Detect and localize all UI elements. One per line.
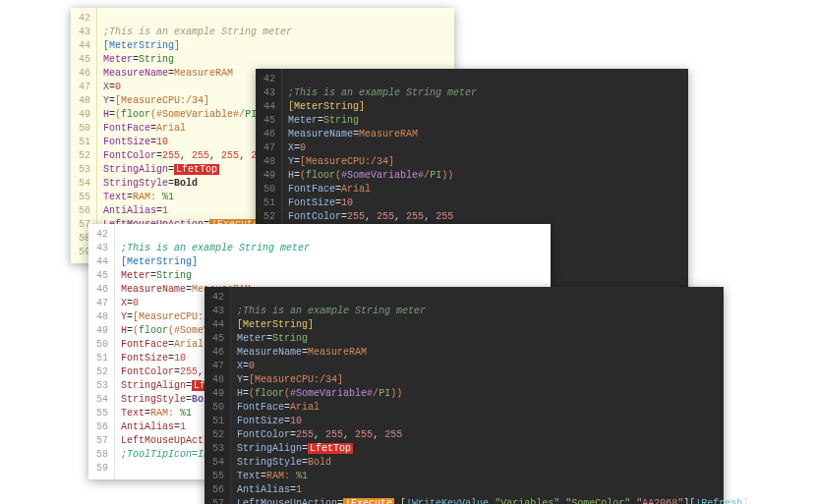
code-line: FontColor=255, 255, 255, 255 <box>288 210 678 224</box>
line-number: 42 <box>212 291 224 305</box>
line-number: 52 <box>96 365 108 379</box>
line-number: 46 <box>96 283 108 297</box>
line-number: 54 <box>212 456 224 470</box>
code-line: H=(floor(#SomeVariable#/PI)) <box>237 387 748 401</box>
code-line: [MeterString] <box>237 318 748 332</box>
code-line: FontSize=10 <box>288 196 678 210</box>
line-number: 56 <box>96 420 108 434</box>
line-number: 45 <box>96 269 108 283</box>
line-number: 44 <box>96 255 108 269</box>
line-number: 47 <box>212 360 224 373</box>
line-number: 44 <box>79 39 90 53</box>
line-number: 47 <box>96 297 108 310</box>
line-number: 48 <box>212 373 224 387</box>
line-number: 51 <box>96 352 108 365</box>
line-number: 56 <box>79 204 90 218</box>
code-line: FontFace=Arial <box>288 183 678 196</box>
line-number: 48 <box>96 310 108 324</box>
line-number: 50 <box>263 183 275 196</box>
code-line: Y=[MeasureCPU:/34] <box>237 373 748 387</box>
code-line: [MeterString] <box>103 39 444 53</box>
line-number: 57 <box>212 497 224 504</box>
code-line <box>121 228 541 242</box>
code-line: X=0 <box>237 360 748 373</box>
line-number: 43 <box>79 26 90 39</box>
line-number: 42 <box>79 12 90 26</box>
line-number: 42 <box>263 73 275 86</box>
line-number: 46 <box>79 67 90 81</box>
gutter: 424344454647484950515253545556575859 <box>88 224 115 479</box>
code-line: MeasureName=MeasureRAM <box>288 128 678 141</box>
line-number: 52 <box>263 210 275 224</box>
line-number: 48 <box>79 94 90 108</box>
line-number: 46 <box>263 128 275 141</box>
code-line: Meter=String <box>121 269 541 283</box>
line-number: 45 <box>79 53 90 67</box>
line-number: 47 <box>79 81 90 94</box>
line-number: 53 <box>212 442 224 456</box>
line-number: 49 <box>212 387 224 401</box>
code-line: ;This is an example String meter <box>121 242 541 255</box>
line-number: 42 <box>96 228 108 242</box>
line-number: 49 <box>263 169 275 183</box>
code-line: FontColor=255, 255, 255, 255 <box>237 428 748 442</box>
code-line: Meter=String <box>237 332 748 346</box>
line-number: 52 <box>79 149 90 163</box>
line-number: 50 <box>96 338 108 352</box>
code-line: [MeterString] <box>121 255 541 269</box>
code-line: H=(floor(#SomeVariable#/PI)) <box>288 169 678 183</box>
line-number: 49 <box>79 108 90 122</box>
line-number: 54 <box>79 177 90 191</box>
code-line: Y=[MeasureCPU:/34] <box>288 155 678 169</box>
code-line: StringStyle=Bold <box>237 456 748 470</box>
line-number: 52 <box>212 428 224 442</box>
code-line: [MeterString] <box>288 100 678 114</box>
code-line: LeftMouseUpAction=!Execute [!WriteKeyVal… <box>237 497 748 504</box>
line-number: 45 <box>263 114 275 128</box>
code-line <box>103 12 444 26</box>
line-number: 44 <box>263 100 275 114</box>
line-number: 57 <box>96 434 108 448</box>
line-number: 44 <box>212 318 224 332</box>
code-line: X=0 <box>288 141 678 155</box>
code-line: Meter=String <box>288 114 678 128</box>
line-number: 55 <box>96 407 108 420</box>
line-number: 55 <box>79 191 90 204</box>
code-line: AntiAlias=1 <box>237 483 748 497</box>
line-number: 47 <box>263 141 275 155</box>
code-line: StringAlign=LfetTop <box>237 442 748 456</box>
line-number: 53 <box>79 163 90 177</box>
line-number: 43 <box>96 242 108 255</box>
line-number: 58 <box>96 448 108 462</box>
code-line <box>288 73 678 86</box>
line-number: 59 <box>96 462 108 476</box>
code-line: MeasureName=MeasureRAM <box>237 346 748 360</box>
code-line: Meter=String <box>103 53 444 67</box>
code-line: FontSize=10 <box>237 415 748 428</box>
code-line: ;This is an example String meter <box>237 305 748 318</box>
code-line <box>237 291 748 305</box>
code-line: ;This is an example String meter <box>103 26 444 39</box>
gutter: 4243444546474849505152535455565758 <box>204 287 231 504</box>
line-number: 45 <box>212 332 224 346</box>
line-number: 49 <box>96 324 108 338</box>
code-line: Text=RAM: %1 <box>237 470 748 483</box>
line-number: 50 <box>79 122 90 136</box>
editor-pane-p4: 4243444546474849505152535455565758 ;This… <box>204 287 724 504</box>
line-number: 55 <box>212 470 224 483</box>
line-number: 51 <box>212 415 224 428</box>
line-number: 56 <box>212 483 224 497</box>
line-number: 46 <box>212 346 224 360</box>
code-line: FontFace=Arial <box>237 401 748 415</box>
code-area[interactable]: ;This is an example String meter[MeterSt… <box>231 287 758 504</box>
line-number: 43 <box>212 305 224 318</box>
line-number: 51 <box>263 196 275 210</box>
line-number: 48 <box>263 155 275 169</box>
code-line: ;This is an example String meter <box>288 86 678 100</box>
line-number: 51 <box>79 136 90 149</box>
line-number: 53 <box>96 379 108 393</box>
line-number: 43 <box>263 86 275 100</box>
line-number: 50 <box>212 401 224 415</box>
line-number: 54 <box>96 393 108 407</box>
